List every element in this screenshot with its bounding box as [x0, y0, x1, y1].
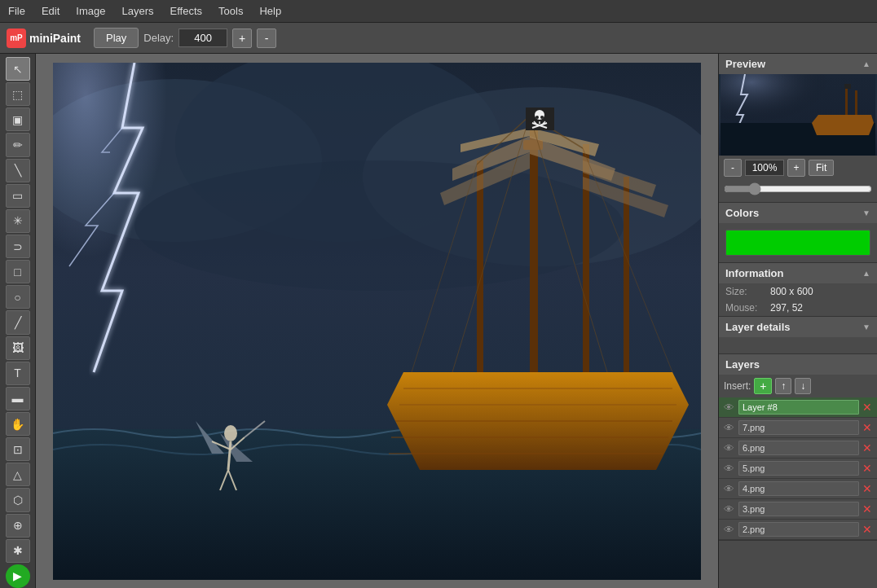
pencil-tool[interactable]: ╲	[6, 159, 30, 182]
colors-section: Colors ▼	[719, 203, 877, 263]
paint-bucket-tool[interactable]: ▣	[6, 108, 30, 131]
color-swatch[interactable]	[725, 230, 870, 256]
app-name: miniPaint	[29, 32, 81, 45]
menu-help[interactable]: Help	[251, 2, 289, 20]
layer-name-input[interactable]	[738, 481, 859, 496]
layer-name-input[interactable]	[738, 420, 859, 435]
zoom-slider[interactable]	[724, 182, 872, 195]
layer-visibility-toggle[interactable]: 👁	[722, 502, 736, 516]
decrement-button[interactable]: -	[257, 29, 276, 48]
layer-visibility-toggle[interactable]: 👁	[722, 522, 736, 537]
layer-delete-button[interactable]: ✕	[862, 421, 874, 434]
information-section: Information ▲ Size: 800 x 600 Mouse: 297…	[719, 263, 877, 317]
select-tool[interactable]: ↖	[6, 57, 30, 81]
stamp-tool[interactable]: ⊕	[6, 514, 30, 538]
layer-name-input[interactable]	[738, 461, 859, 476]
layer-delete-button[interactable]: ✕	[862, 462, 874, 475]
information-header[interactable]: Information ▲	[719, 263, 877, 283]
menubar: File Edit Image Layers Effects Tools Hel…	[0, 0, 877, 23]
preview-section: Preview ▲	[719, 54, 877, 203]
move-layer-up-button[interactable]: ↑	[775, 378, 791, 394]
ellipse-tool[interactable]: ○	[6, 285, 30, 309]
menu-image[interactable]: Image	[68, 2, 113, 20]
menu-layers[interactable]: Layers	[114, 2, 162, 20]
rectangle-tool[interactable]: □	[6, 260, 30, 283]
fit-button[interactable]: Fit	[809, 160, 834, 176]
zoom-value-input[interactable]	[745, 160, 784, 176]
layer-row: 👁 ✕	[719, 418, 877, 438]
svg-rect-44	[844, 84, 851, 89]
colors-title: Colors	[725, 207, 759, 219]
delay-input[interactable]	[178, 29, 227, 47]
layer-visibility-toggle[interactable]: 👁	[722, 420, 736, 435]
layer-name-input[interactable]	[738, 522, 859, 537]
layer-row: 👁 ✕	[719, 479, 877, 499]
toolbar: mP miniPaint Play Delay: + -	[0, 23, 877, 54]
layer-name-input[interactable]	[738, 441, 859, 455]
app-logo: mP miniPaint	[7, 29, 81, 48]
size-value: 800 x 600	[770, 286, 813, 297]
transform-tool[interactable]: ✱	[6, 539, 30, 563]
menu-file[interactable]: File	[0, 2, 33, 20]
move-layer-down-button[interactable]: ↓	[795, 378, 811, 394]
preview-controls: - + Fit	[719, 156, 877, 180]
selection-tool[interactable]: ⬚	[6, 82, 30, 106]
lasso-tool[interactable]: ⊃	[6, 235, 30, 258]
layer-visibility-toggle[interactable]: 👁	[722, 481, 736, 496]
preview-title: Preview	[725, 58, 765, 70]
canvas-svg	[53, 63, 701, 580]
layer-name-input[interactable]	[738, 400, 859, 415]
menu-tools[interactable]: Tools	[210, 2, 251, 20]
layers-header: Layers	[719, 354, 877, 375]
layer-details-title: Layer details	[725, 321, 791, 333]
menu-edit[interactable]: Edit	[33, 2, 68, 20]
layer-visibility-toggle[interactable]: 👁	[722, 441, 736, 455]
layer-delete-button[interactable]: ✕	[862, 482, 874, 495]
layer-delete-button[interactable]: ✕	[862, 441, 874, 454]
mouse-row: Mouse: 297, 52	[719, 300, 877, 316]
colors-header[interactable]: Colors ▼	[719, 203, 877, 223]
crop-tool[interactable]: ⊡	[6, 437, 30, 461]
mouse-label: Mouse:	[725, 302, 770, 314]
preview-svg	[719, 74, 877, 156]
layer-name-input[interactable]	[738, 502, 859, 516]
layer-details-header[interactable]: Layer details ▼	[719, 317, 877, 337]
layer-row: 👁 ✕	[719, 459, 877, 479]
size-label: Size:	[725, 286, 770, 297]
layer-visibility-toggle[interactable]: 👁	[722, 461, 736, 476]
magic-wand-tool[interactable]: ✳	[6, 209, 30, 233]
canvas[interactable]	[53, 63, 701, 580]
hand-tool[interactable]: ✋	[6, 412, 30, 436]
svg-point-26	[540, 116, 544, 119]
text-tool[interactable]: T	[6, 362, 30, 385]
play-button[interactable]: Play	[94, 28, 139, 48]
layer-row: 👁 ✕	[719, 499, 877, 520]
information-title: Information	[725, 267, 784, 279]
gradient-tool[interactable]: △	[6, 463, 30, 486]
logo-icon: mP	[7, 29, 26, 48]
layer-delete-button[interactable]: ✕	[862, 502, 874, 516]
zoom-out-button[interactable]: -	[724, 159, 742, 177]
size-row: Size: 800 x 600	[719, 283, 877, 300]
brush-tool[interactable]: ✏	[6, 133, 30, 156]
play-circle-button[interactable]: ▶	[6, 564, 30, 588]
increment-button[interactable]: +	[232, 29, 252, 48]
preview-thumbnail	[719, 74, 877, 156]
layer-details-content	[719, 337, 877, 353]
line-tool[interactable]: ╱	[6, 310, 30, 334]
canvas-area[interactable]	[36, 54, 718, 588]
preview-header[interactable]: Preview ▲	[719, 54, 877, 74]
menu-effects[interactable]: Effects	[162, 2, 211, 20]
eraser-tool[interactable]: ▭	[6, 184, 30, 208]
layer-delete-button[interactable]: ✕	[862, 401, 874, 414]
image-tool[interactable]: 🖼	[6, 336, 30, 360]
blur-tool[interactable]: ⬡	[6, 488, 30, 511]
zoom-in-button[interactable]: +	[787, 159, 805, 177]
layer-visibility-toggle[interactable]: 👁	[722, 400, 736, 415]
insert-layer-button[interactable]: +	[754, 378, 772, 394]
layers-section: Layers Insert: + ↑ ↓ 👁 ✕ 👁 ✕ 👁	[719, 354, 877, 541]
layer-delete-button[interactable]: ✕	[862, 523, 874, 536]
svg-rect-43	[855, 90, 857, 115]
fill-tool[interactable]: ▬	[6, 387, 30, 410]
layer-row: 👁 ✕	[719, 397, 877, 418]
